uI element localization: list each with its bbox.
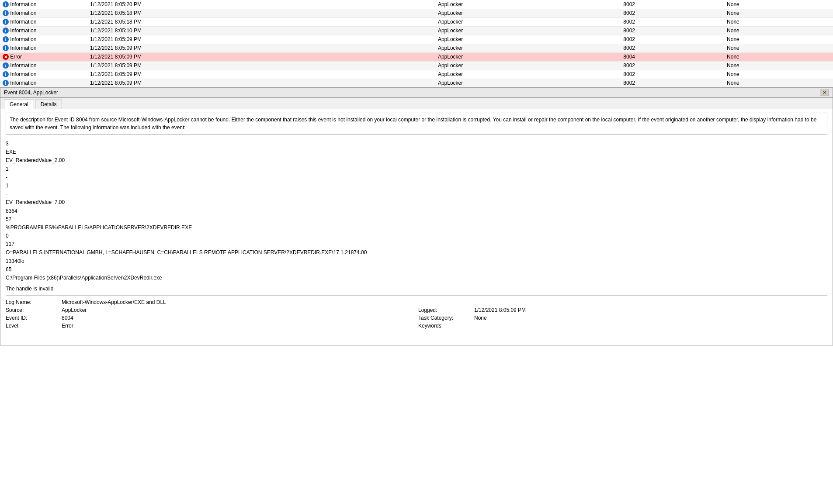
tab-general[interactable]: General [4,100,34,109]
row-source: AppLocker [435,9,621,17]
row-type-label: Information [9,62,36,69]
row-date: 1/12/2021 8:05:18 PM [87,9,435,17]
row-id: 8002 [621,79,724,87]
row-type-label: Information [9,71,36,77]
event-data-line: EXE [6,148,827,156]
close-button[interactable]: ✕ [820,89,829,96]
event-log-table: i Information1/12/2021 8:05:20 PMAppLock… [0,0,833,87]
table-row[interactable]: i Information1/12/2021 8:05:09 PMAppLock… [0,70,833,79]
keywords-value [474,323,827,329]
event-data-line: EV_RenderedValue_2.00 [6,156,827,165]
meta-section: Log Name: Microsoft-Windows-AppLocker/EX… [6,295,827,329]
level-label: Level: [6,323,58,329]
row-date: 1/12/2021 8:05:09 PM [87,61,435,70]
info-icon: i [3,10,9,16]
row-id: 8002 [621,0,724,9]
row-category: None [724,35,833,44]
info-icon: i [3,80,9,86]
source-value: AppLocker [62,307,415,313]
info-icon: i [3,45,9,51]
event-data-line: EV_RenderedValue_7.00 [6,198,827,207]
level-value: Error [62,323,415,329]
row-date: 1/12/2021 8:05:09 PM [87,52,435,61]
log-name-label: Log Name: [6,299,58,305]
event-data-line: 1 [6,182,827,190]
table-row[interactable]: ✕ Error1/12/2021 8:05:09 PMAppLocker8004… [0,52,833,61]
event-id-value: 8004 [62,315,415,321]
detail-body: The description for Event ID 8004 from s… [0,109,833,345]
row-source: AppLocker [435,26,621,35]
row-date: 1/12/2021 8:05:09 PM [87,70,435,79]
row-source: AppLocker [435,52,621,61]
logged-value: 1/12/2021 8:05:09 PM [474,307,827,313]
event-data-line: 8364 [6,207,827,215]
event-data-line: 13340lo [6,257,827,266]
meta-grid: Log Name: Microsoft-Windows-AppLocker/EX… [6,299,827,329]
tab-details[interactable]: Details [35,100,62,109]
table-row[interactable]: i Information1/12/2021 8:05:18 PMAppLock… [0,17,833,26]
tabs-row: General Details [0,98,833,109]
table-row[interactable]: i Information1/12/2021 8:05:09 PMAppLock… [0,61,833,70]
event-data-line: 1 [6,165,827,173]
table-row[interactable]: i Information1/12/2021 8:05:09 PMAppLock… [0,35,833,44]
row-id: 8002 [621,44,724,52]
event-data-line: 117 [6,240,827,249]
event-data-line: %PROGRAMFILES%\PARALLELS\APPLICATIONSERV… [6,224,827,232]
error-icon: ✕ [3,54,9,60]
row-date: 1/12/2021 8:05:18 PM [87,17,435,26]
info-icon: i [3,71,9,77]
row-id: 8002 [621,70,724,79]
row-date: 1/12/2021 8:05:09 PM [87,44,435,52]
row-type-label: Error [9,54,22,60]
event-data-line: 0 [6,232,827,240]
row-source: AppLocker [435,44,621,52]
row-category: None [724,17,833,26]
row-id: 8002 [621,61,724,70]
table-row[interactable]: i Information1/12/2021 8:05:09 PMAppLock… [0,79,833,87]
row-type-label: Information [9,36,36,42]
row-category: None [724,0,833,9]
table-row[interactable]: i Information1/12/2021 8:05:18 PMAppLock… [0,9,833,17]
row-source: AppLocker [435,61,621,70]
row-source: AppLocker [435,70,621,79]
row-type-label: Information [9,45,36,51]
event-data-line: 65 [6,266,827,274]
row-date: 1/12/2021 8:05:20 PM [87,0,435,9]
row-category: None [724,44,833,52]
logged-label: Logged: [418,307,471,313]
event-data-line: 3 [6,140,827,148]
row-source: AppLocker [435,35,621,44]
event-data-line: - [6,190,827,198]
row-category: None [724,9,833,17]
row-type-label: Information [9,80,36,86]
info-icon: i [3,36,9,42]
table-row[interactable]: i Information1/12/2021 8:05:10 PMAppLock… [0,26,833,35]
row-category: None [724,70,833,79]
keywords-label: Keywords: [418,323,471,329]
table-row[interactable]: i Information1/12/2021 8:05:09 PMAppLock… [0,44,833,52]
row-type-label: Information [9,19,36,25]
row-category: None [724,79,833,87]
row-source: AppLocker [435,79,621,87]
event-data-line: 57 [6,215,827,224]
event-data-line: O=PARALLELS INTERNATIONAL GMBH, L=SCHAFF… [6,249,827,257]
log-name-value: Microsoft-Windows-AppLocker/EXE and DLL [62,299,827,305]
detail-title: Event 8004, AppLocker [4,90,58,96]
row-id: 8002 [621,17,724,26]
row-id: 8002 [621,26,724,35]
handle-message: The handle is invalid [6,286,827,292]
row-id: 8002 [621,35,724,44]
row-category: None [724,52,833,61]
source-label: Source: [6,307,58,313]
row-category: None [724,61,833,70]
event-data-line: C:\Program Files (x86)\Parallels\Applica… [6,274,827,282]
detail-title-bar: Event 8004, AppLocker ✕ [0,88,833,98]
row-type-label: Information [9,10,36,16]
info-icon: i [3,1,9,7]
event-id-label: Event ID: [6,315,58,321]
row-id: 8002 [621,9,724,17]
row-category: None [724,26,833,35]
row-type-label: Information [9,28,36,34]
table-row[interactable]: i Information1/12/2021 8:05:20 PMAppLock… [0,0,833,9]
info-icon: i [3,62,9,69]
